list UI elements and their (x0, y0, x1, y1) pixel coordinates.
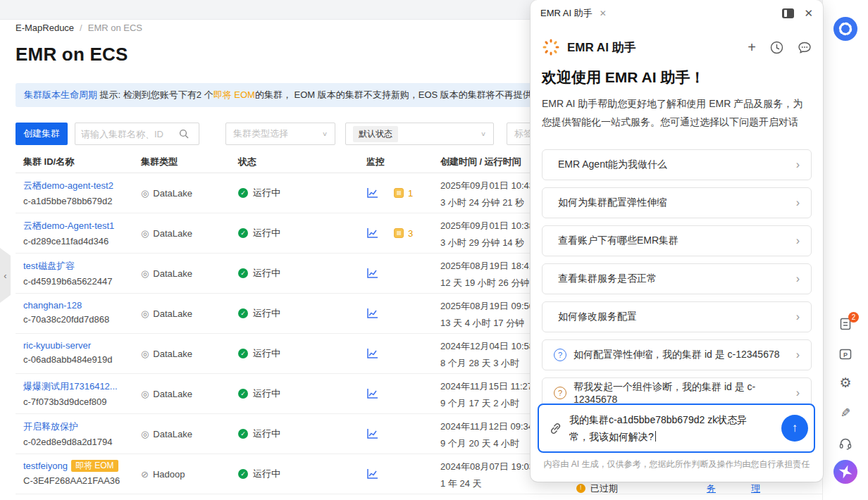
new-chat-icon[interactable]: + (748, 40, 756, 54)
cluster-type-label: DataLake (153, 308, 192, 319)
suggestion-label: 帮我发起一个组件诊断，我的集群 id 是 c-12345678 (574, 381, 796, 405)
cluster-type-icon: ◎ (141, 228, 149, 239)
create-cluster-button[interactable]: 创建集群 (16, 123, 68, 145)
suggestion-card[interactable]: ? EMR Agent能为我做什么 › (542, 149, 812, 180)
monitor-chart-icon[interactable] (366, 227, 378, 239)
status-running-icon: ✓ (238, 268, 248, 278)
monitor-chart-icon[interactable] (366, 428, 378, 439)
suggestion-card[interactable]: ? 如何修改服务配置 › (542, 301, 812, 332)
assistant-input-box[interactable]: 我的集群c-a1d5bbe78bb679d2 zk状态异常，我该如何解决? ↑ (538, 404, 815, 453)
cluster-id: c-d45919b6a5622447 (23, 276, 140, 287)
assistant-panel-header: EMR AI 助手 ✕ ✕ (531, 0, 823, 27)
question-icon: ? (554, 349, 566, 361)
alert-count: 3 (408, 228, 413, 239)
cluster-type-label: DataLake (153, 268, 192, 279)
assistant-heading: EMR AI 助手 (567, 39, 636, 56)
lifecycle-link[interactable]: 集群版本生命周期 (24, 89, 97, 100)
page-title: EMR on ECS (16, 44, 128, 65)
status-running-icon: ✓ (238, 188, 248, 198)
assistant-input-value[interactable]: 我的集群c-a1d5bbe78bb679d2 zk状态异常，我该如何解决? (569, 411, 752, 445)
cluster-type-select[interactable]: 集群类型选择 ∨ (225, 123, 335, 145)
action-link-fragment[interactable]: 务 (707, 482, 716, 495)
cluster-type-icon: ◎ (141, 389, 149, 399)
status-label: 运行中 (253, 347, 280, 360)
loading-assistant-entry-icon[interactable] (833, 17, 857, 41)
cluster-name-link[interactable]: test磁盘扩容 (23, 260, 75, 273)
cluster-type-icon: ◎ (141, 188, 149, 199)
cluster-name-link[interactable]: ric-kyuubi-server (23, 340, 91, 351)
cluster-name-link[interactable]: 云栖demo-Agent-test1 (23, 220, 114, 232)
assistant-tab[interactable]: EMR AI 助手 (540, 7, 593, 20)
status-label: 运行中 (253, 427, 280, 440)
cluster-type-label: DataLake (153, 188, 192, 199)
event-alert-badge[interactable]: 3 (394, 228, 413, 239)
chevron-right-icon: › (796, 349, 800, 361)
cluster-type-label: DataLake (153, 228, 192, 239)
status-running-icon: ✓ (238, 308, 248, 318)
status-label: 运行中 (253, 227, 280, 239)
ai-star-entry-icon[interactable] (833, 460, 857, 484)
cluster-type-icon: ⊘ (141, 469, 149, 480)
panel-close-icon[interactable]: ✕ (804, 7, 813, 20)
assistant-description: EMR AI 助手帮助您更好地了解和使用 EMR 产品及服务，为您提供智能化一站… (542, 94, 812, 131)
chevron-right-icon: › (796, 387, 800, 399)
monitor-chart-icon[interactable] (366, 268, 378, 279)
chevron-right-icon: › (796, 158, 800, 171)
monitor-chart-icon[interactable] (366, 308, 378, 319)
cluster-id: c-06ad8abb484e919d (23, 354, 140, 365)
send-button[interactable]: ↑ (781, 415, 808, 442)
cluster-type-icon: ◎ (141, 429, 149, 439)
suggestion-label: 查看账户下有哪些EMR集群 (558, 235, 678, 247)
dock-panel-icon[interactable] (782, 8, 794, 18)
cluster-type-icon: ◎ (141, 349, 149, 359)
settings-gear-icon[interactable]: ⚙ (838, 376, 852, 390)
breadcrumb-current: EMR on ECS (88, 23, 142, 33)
translate-p-icon[interactable]: P (838, 347, 852, 361)
attach-link-icon[interactable] (549, 422, 562, 435)
status-filter-select[interactable]: 默认状态 ∨ (345, 123, 494, 145)
suggestion-card[interactable]: ? 查看集群服务是否正常 › (542, 263, 812, 294)
cluster-name-link[interactable]: changhan-128 (23, 300, 82, 311)
expired-status-label: 已过期 (590, 482, 618, 495)
cluster-name-link[interactable]: testfeiyong (23, 461, 68, 471)
svg-text:P: P (843, 351, 848, 358)
question-icon: ? (554, 387, 566, 399)
search-input[interactable] (75, 129, 179, 139)
history-icon[interactable] (770, 41, 783, 54)
chevron-right-icon: › (796, 196, 800, 209)
tab-close-icon[interactable]: ✕ (600, 8, 607, 18)
cluster-id: c-02ed8e9d8a2d1794 (23, 437, 140, 447)
status-label: 运行中 (253, 387, 280, 400)
notification-badge: 2 (848, 312, 859, 323)
cluster-name-link[interactable]: 开启释放保护 (23, 420, 78, 433)
event-alert-badge[interactable]: 1 (394, 188, 413, 199)
action-link-fragment[interactable]: 理 (751, 482, 760, 495)
emr-ai-logo-icon (542, 38, 560, 56)
breadcrumb: E-MapReduce/EMR on ECS (16, 23, 142, 33)
cluster-type-label: DataLake (153, 429, 192, 439)
monitor-chart-icon[interactable] (366, 468, 378, 480)
status-filter-chip[interactable]: 默认状态 (353, 126, 398, 142)
chevron-down-icon: ∨ (480, 130, 486, 137)
monitor-chart-icon[interactable] (366, 348, 378, 359)
cluster-name-link[interactable]: 云栖demo-agent-test2 (23, 180, 113, 192)
status-label: 运行中 (253, 468, 280, 480)
suggestion-card[interactable]: ? 如何配置弹性伸缩，我的集群 id 是 c-12345678 › (542, 339, 812, 370)
status-running-icon: ✓ (238, 389, 248, 399)
status-label: 运行中 (253, 267, 280, 280)
support-headset-icon[interactable] (838, 437, 852, 451)
feedback-chat-icon[interactable] (798, 41, 812, 54)
suggestion-card[interactable]: ? 查看账户下有哪些EMR集群 › (542, 225, 812, 256)
breadcrumb-root[interactable]: E-MapReduce (16, 23, 74, 33)
feedback-pencil-icon[interactable]: ✎ (838, 406, 852, 420)
sidebar-collapse-handle[interactable]: ‹ (0, 248, 11, 303)
occluded-table-row-fragments: 已过期 务 理 (0, 482, 823, 500)
eom-highlight: 即将 EOM (213, 89, 255, 100)
suggestion-card[interactable]: ? 如何为集群配置弹性伸缩 › (542, 187, 812, 218)
monitor-chart-icon[interactable] (366, 187, 378, 199)
chevron-right-icon: › (796, 273, 800, 285)
search-icon[interactable] (179, 129, 199, 139)
cluster-type-icon: ◎ (141, 268, 149, 279)
monitor-chart-icon[interactable] (366, 388, 378, 399)
cluster-name-link[interactable]: 爆爆测试用17316412... (23, 380, 118, 393)
